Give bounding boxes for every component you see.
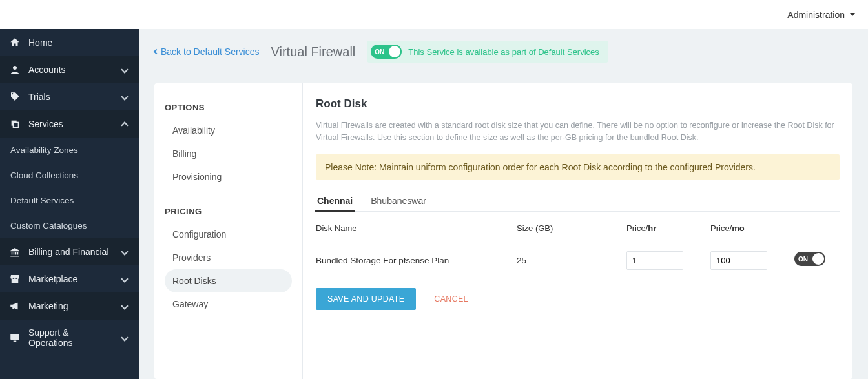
- user-icon: [9, 64, 21, 76]
- panel-title: Root Disk: [316, 97, 840, 110]
- svg-rect-2: [13, 122, 18, 127]
- home-icon: [9, 37, 21, 48]
- status-badge: ON This Service is available as part of …: [367, 41, 608, 63]
- sidebar-item-default-services[interactable]: Default Services: [0, 188, 139, 213]
- administration-dropdown[interactable]: Administration: [787, 10, 855, 20]
- chevron-down-icon: [121, 275, 128, 282]
- price-hr-input[interactable]: [626, 251, 683, 270]
- svg-rect-3: [10, 334, 19, 340]
- chevron-up-icon: [121, 121, 128, 128]
- panel-description: Virtual Firewalls are created with a sta…: [316, 119, 840, 144]
- sidebar-item-trials[interactable]: Trials: [0, 83, 139, 110]
- sidebar-item-marketing[interactable]: Marketing: [0, 292, 139, 320]
- col-price-mo: Price/mo: [710, 217, 788, 238]
- tag-icon: [9, 91, 21, 103]
- option-configuration[interactable]: Configuration: [165, 223, 292, 246]
- caret-down-icon: [850, 13, 855, 16]
- card-nav: OPTIONS Availability Billing Provisionin…: [154, 83, 303, 379]
- administration-label: Administration: [787, 10, 845, 20]
- store-icon: [9, 273, 21, 285]
- chevron-down-icon: [121, 66, 128, 73]
- chevron-left-icon: [154, 49, 159, 54]
- sidebar: Home Accounts Trials Services Availabili…: [0, 29, 139, 379]
- options-heading: OPTIONS: [165, 103, 292, 112]
- row-price-hr-cell: [626, 245, 704, 270]
- sidebar-item-home[interactable]: Home: [0, 29, 139, 56]
- sidebar-item-accounts[interactable]: Accounts: [0, 56, 139, 83]
- row-price-mo-cell: [710, 245, 788, 270]
- tab-bhubaneswar[interactable]: Bhubaneswar: [369, 190, 428, 211]
- sidebar-label: Marketplace: [28, 274, 114, 284]
- sidebar-label: Services: [28, 119, 114, 129]
- page-title: Virtual Firewall: [271, 45, 356, 59]
- chevron-down-icon: [121, 334, 128, 341]
- bank-icon: [9, 246, 21, 258]
- topbar: Administration: [0, 0, 868, 29]
- toggle-knob: [812, 253, 824, 265]
- option-billing[interactable]: Billing: [165, 142, 292, 165]
- row-toggle-cell: ON: [794, 248, 840, 266]
- tab-chennai[interactable]: Chennai: [316, 190, 354, 211]
- pricing-heading: PRICING: [165, 207, 292, 216]
- sidebar-label: Marketing: [28, 301, 114, 311]
- megaphone-icon: [9, 300, 21, 312]
- info-note: Please Note: Maintain uniform configurat…: [316, 154, 840, 180]
- sidebar-label: Trials: [28, 92, 114, 102]
- sidebar-item-custom-catalogues[interactable]: Custom Catalogues: [0, 213, 139, 238]
- col-price-hr: Price/hr: [626, 217, 704, 238]
- settings-card: OPTIONS Availability Billing Provisionin…: [154, 83, 852, 379]
- option-availability[interactable]: Availability: [165, 119, 292, 142]
- sidebar-item-marketplace[interactable]: Marketplace: [0, 265, 139, 292]
- chevron-down-icon: [121, 302, 128, 309]
- sidebar-item-support-operations[interactable]: Support & Operations: [0, 320, 139, 356]
- content-area: Back to Default Services Virtual Firewal…: [139, 29, 868, 379]
- sidebar-item-services[interactable]: Services: [0, 110, 139, 138]
- option-providers[interactable]: Providers: [165, 246, 292, 269]
- action-row: SAVE AND UPDATE CANCEL: [316, 288, 840, 310]
- row-toggle-label: ON: [798, 256, 808, 263]
- chevron-down-icon: [121, 93, 128, 100]
- sidebar-item-cloud-collections[interactable]: Cloud Collections: [0, 163, 139, 188]
- option-root-disks[interactable]: Root Disks: [165, 269, 292, 292]
- option-provisioning[interactable]: Provisioning: [165, 165, 292, 189]
- col-size: Size (GB): [517, 217, 620, 238]
- option-gateway[interactable]: Gateway: [165, 292, 292, 316]
- back-link[interactable]: Back to Default Services: [154, 46, 260, 57]
- svg-point-0: [13, 66, 17, 70]
- page-header: Back to Default Services Virtual Firewal…: [139, 29, 868, 70]
- col-disk-name: Disk Name: [316, 217, 510, 238]
- row-enable-toggle[interactable]: ON: [794, 252, 825, 266]
- cancel-button[interactable]: CANCEL: [434, 294, 468, 303]
- card-main: Root Disk Virtual Firewalls are created …: [303, 83, 852, 379]
- stack-icon: [9, 118, 21, 130]
- service-toggle[interactable]: ON: [371, 45, 402, 59]
- col-toggle: [794, 221, 840, 233]
- sidebar-item-availability-zones[interactable]: Availability Zones: [0, 138, 139, 163]
- toggle-knob: [389, 46, 400, 57]
- sidebar-item-billing-financial[interactable]: Billing and Financial: [0, 238, 139, 265]
- sidebar-label: Accounts: [28, 65, 114, 75]
- monitor-icon: [9, 332, 21, 343]
- save-button[interactable]: SAVE AND UPDATE: [316, 288, 416, 310]
- sidebar-label: Home: [28, 37, 130, 48]
- status-message: This Service is available as part of Def…: [408, 47, 599, 57]
- row-disk-name: Bundled Storage For pfsense Plan: [316, 249, 510, 265]
- toggle-label: ON: [375, 48, 384, 56]
- back-link-label: Back to Default Services: [161, 46, 260, 57]
- sidebar-label: Support & Operations: [28, 327, 114, 348]
- sidebar-label: Billing and Financial: [28, 247, 114, 257]
- chevron-down-icon: [121, 248, 128, 255]
- root-disk-grid: Disk Name Size (GB) Price/hr Price/mo Bu…: [316, 217, 840, 270]
- region-tabs: Chennai Bhubaneswar: [316, 190, 840, 212]
- price-mo-input[interactable]: [710, 251, 767, 270]
- row-size: 25: [517, 249, 620, 265]
